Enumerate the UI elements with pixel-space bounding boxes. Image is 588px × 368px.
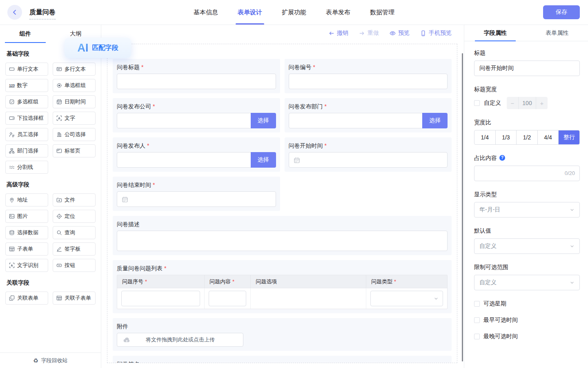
select-publisher-button[interactable]: 选择 [251,152,276,168]
component-employee-select[interactable]: 员工选择 [5,128,48,141]
tab-field-properties[interactable]: 字段属性 [464,25,526,41]
preview-button[interactable]: 预览 [390,29,410,37]
question-type-select[interactable] [370,291,443,306]
textarea-input[interactable] [117,231,448,251]
address-icon [9,197,15,203]
field-publish-department[interactable]: 问卷发布部门* 选择 [285,98,452,132]
component-address[interactable]: 地址 [5,193,48,206]
char-counter: 0/20 [565,166,575,181]
component-number[interactable]: 123 数字 [5,79,48,92]
component-divider[interactable]: 分割线 [5,161,48,174]
date-input[interactable] [289,152,448,168]
component-tab-page[interactable]: 标签页 [53,144,96,157]
component-dropdown-select[interactable]: 下拉选择框 [5,112,48,125]
component-select-data[interactable]: 选择数据 [5,226,48,239]
save-button[interactable]: 保存 [543,5,580,19]
component-signature-pad[interactable]: 签字板 [53,242,96,256]
earliest-time-checkbox[interactable] [474,317,480,323]
canvas-scrollbar[interactable] [462,53,463,361]
plus-icon[interactable]: + [536,100,548,107]
question-number-input[interactable] [121,291,200,306]
nav-tab-extensions[interactable]: 扩展功能 [282,0,306,25]
question-content-input[interactable] [209,291,246,306]
selectable-range-value: 自定义 [479,279,497,286]
component-image[interactable]: 图片 [5,210,48,223]
component-datetime[interactable]: 日期时间 [53,95,96,108]
text-input[interactable] [289,74,448,89]
chevron-down-icon [570,244,575,249]
upload-dropzone[interactable]: 将文件拖拽到此处或点击上传 [117,333,243,347]
help-icon[interactable]: ? [499,155,505,161]
tab-components[interactable]: 组件 [0,25,51,43]
text-input[interactable] [117,152,251,168]
cloud-upload-icon [123,336,130,343]
ai-match-fields-button[interactable]: AI 匹配字段 [65,38,131,58]
component-department-select[interactable]: 部门选择 [5,144,48,157]
column-header: 问题序号 [122,278,143,285]
field-questionnaire-title[interactable]: 问卷标题* [113,59,280,93]
component-file[interactable]: 文件 [53,193,96,206]
field-recycle-bin[interactable]: ♻ 字段回收站 [0,352,101,368]
undo-button[interactable]: 撤销 [328,29,348,37]
component-label: 查询 [65,229,75,236]
nav-tab-form-design[interactable]: 表单设计 [238,0,262,25]
component-link-subform[interactable]: 关联子表单 [53,292,96,305]
field-label: 附件 [117,322,128,330]
component-button[interactable]: 按钮 [53,259,96,272]
minus-icon[interactable]: − [507,100,518,107]
ratio-option-four-fourths[interactable]: 4/4 [538,130,559,144]
field-publisher[interactable]: 问卷发布人* 选择 [113,137,280,172]
ratio-option-third[interactable]: 1/3 [496,130,517,144]
ratio-option-full-row[interactable]: 整行 [559,130,579,144]
title-input[interactable] [474,61,580,76]
nav-tab-data-management[interactable]: 数据管理 [370,0,394,25]
ratio-option-half[interactable]: 1/2 [517,130,538,144]
calendar-icon [294,157,300,164]
field-signature[interactable]: 问卷签名 [113,356,452,363]
component-text[interactable]: 文字 [53,112,96,125]
field-end-time[interactable]: 问卷结束时间* [113,177,280,211]
date-input[interactable] [117,191,276,207]
display-type-select[interactable]: 年-月-日 [474,202,580,218]
component-ocr[interactable]: 文字识别 [5,259,48,272]
component-query[interactable]: 查询 [53,226,96,239]
undo-label: 撤销 [337,29,348,37]
component-link-form[interactable]: 关联表单 [5,292,48,305]
form-canvas[interactable]: 问卷标题* 问卷编号* 问卷发布公司* 选择 问卷发布部门* 选择 [107,44,457,363]
selectable-range-select[interactable]: 自定义 [474,275,580,290]
select-company-button[interactable]: 选择 [251,113,276,128]
redo-button[interactable]: 重做 [359,29,379,37]
component-radio-group[interactable]: 单选框组 [53,79,96,92]
default-value-select[interactable]: 自定义 [474,238,580,254]
number-icon: 123 [9,83,15,88]
component-company-select[interactable]: 公司选择 [53,128,96,141]
ratio-option-quarter[interactable]: 1/4 [474,130,496,144]
text-input[interactable] [289,113,423,128]
text-input[interactable] [117,113,251,128]
field-description[interactable]: 问卷描述 [113,216,452,255]
field-questionnaire-code[interactable]: 问卷编号* [285,59,452,93]
text-input[interactable] [117,74,276,89]
back-button[interactable] [7,5,22,20]
mobile-preview-button[interactable]: 手机预览 [420,29,452,37]
component-label: 员工选择 [17,131,38,138]
component-checkbox-group[interactable]: 多选框组 [5,95,48,108]
component-locate[interactable]: 定位 [53,210,96,223]
field-publish-company[interactable]: 问卷发布公司* 选择 [113,98,280,132]
component-subform[interactable]: 子表单 [5,242,48,256]
latest-time-checkbox[interactable] [474,334,480,339]
tab-form-properties[interactable]: 表单属性 [526,25,588,41]
content-ratio-input[interactable] [474,166,580,181]
field-attachment[interactable]: 附件 将文件拖拽到此处或点击上传 [113,318,452,351]
section-title-advanced-fields: 高级字段 [7,181,94,188]
field-start-time[interactable]: 问卷开始时间* [285,137,452,172]
custom-width-checkbox[interactable] [474,100,480,106]
select-department-button[interactable]: 选择 [422,113,448,128]
component-multi-line-text[interactable]: 多行文本 [53,63,96,76]
nav-tab-basic-info[interactable]: 基本信息 [194,0,218,25]
field-question-list[interactable]: 质量问卷问题列表* 问题序号* 问题内容* 问题选项 问题类型* [113,260,452,313]
text-icon [56,115,62,121]
selectable-weekday-checkbox[interactable] [474,301,480,307]
component-single-line-text[interactable]: 单行文本 [5,63,48,76]
nav-tab-form-publish[interactable]: 表单发布 [326,0,350,25]
